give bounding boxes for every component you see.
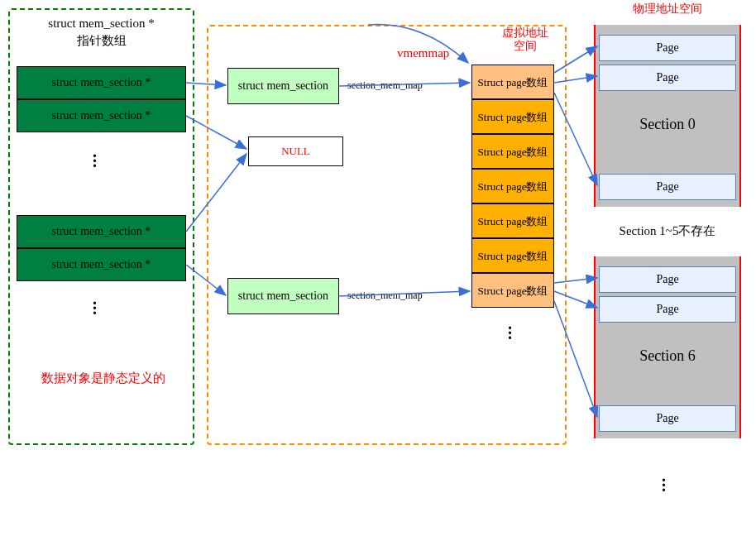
sp-5: Struct page数组 [471, 203, 554, 238]
dots-phys: ... [662, 473, 666, 488]
phys-label: 物理地址空间 [594, 2, 741, 17]
dots-green-1: ... [93, 149, 97, 164]
mint-2: struct mem_section [227, 278, 339, 314]
orange-label: 虚拟地址 空间 [488, 26, 562, 53]
sec-missing: Section 1~5不存在 [594, 223, 741, 239]
dots-sp: ... [508, 321, 512, 336]
sp-2: Struct page数组 [471, 99, 554, 134]
sec0-page-3: Page [599, 174, 736, 200]
ptr-1: struct mem_section * [17, 66, 186, 99]
ptr-4: struct mem_section * [17, 248, 186, 281]
sp-6: Struct page数组 [471, 238, 554, 273]
vmem-label: vmemmap [397, 46, 449, 60]
green-title-2: 指针数组 [17, 33, 186, 49]
null-box: NULL [248, 136, 343, 166]
sec0-name: Section 0 [594, 116, 741, 133]
orange-label-2: 空间 [514, 40, 537, 53]
sec0-page-1: Page [599, 35, 736, 61]
mint-1: struct mem_section [227, 68, 339, 104]
green-title-1: struct mem_section * [17, 17, 186, 31]
sec6-name: Section 6 [594, 347, 741, 365]
dots-green-2: ... [93, 296, 97, 311]
ptr-2: struct mem_section * [17, 99, 186, 132]
sp-3: Struct page数组 [471, 134, 554, 169]
smm-label-1: section_mem_map [347, 79, 423, 92]
sec6-page-2: Page [599, 296, 736, 323]
sec6-page-3: Page [599, 405, 736, 432]
ptr-3: struct mem_section * [17, 215, 186, 248]
sec0-page-2: Page [599, 65, 736, 91]
orange-label-1: 虚拟地址 [502, 26, 548, 40]
sp-4: Struct page数组 [471, 169, 554, 203]
green-note: 数据对象是静态定义的 [41, 371, 165, 386]
smm-label-2: section_mem_map [347, 290, 423, 302]
sp-1: Struct page数组 [471, 65, 554, 99]
sp-7: Struct page数组 [471, 273, 554, 308]
sec6-page-1: Page [599, 266, 736, 293]
